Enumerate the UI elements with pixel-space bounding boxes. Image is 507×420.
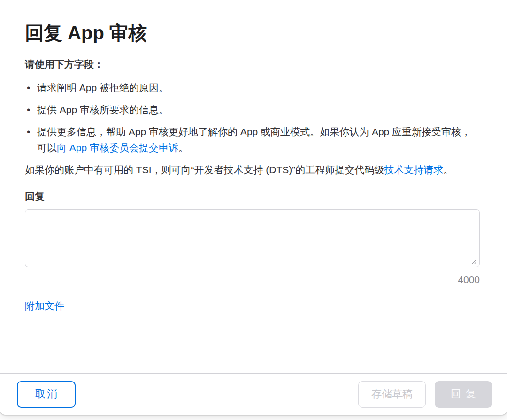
- save-draft-button[interactable]: 存储草稿: [358, 381, 426, 408]
- reply-textarea-wrap: [25, 209, 480, 267]
- attach-files-link[interactable]: 附加文件: [25, 300, 64, 311]
- char-counter: 4000: [25, 273, 480, 287]
- list-item: 提供更多信息，帮助 App 审核更好地了解你的 App 或商业模式。如果你认为 …: [25, 124, 480, 156]
- reply-button[interactable]: 回复: [435, 381, 492, 408]
- reply-textarea[interactable]: [25, 209, 480, 267]
- intro-text: 请使用下方字段：: [25, 57, 480, 71]
- dialog-footer: 取消 存储草稿 回复: [0, 373, 507, 415]
- footer-right-actions: 存储草稿 回复: [358, 381, 492, 408]
- tech-support-request-link[interactable]: 技术支持请求: [384, 164, 443, 175]
- paragraph-text: 。: [443, 164, 453, 175]
- cancel-button[interactable]: 取消: [17, 381, 76, 408]
- attach-row: 附加文件: [25, 299, 480, 313]
- list-item: 提供 App 审核所要求的信息。: [25, 102, 480, 118]
- list-item: 请求阐明 App 被拒绝的原因。: [25, 80, 480, 96]
- appeal-board-link[interactable]: 向 App 审核委员会提交申诉: [57, 142, 178, 153]
- reply-app-review-dialog: 回复 App 审核 请使用下方字段： 请求阐明 App 被拒绝的原因。 提供 A…: [0, 0, 507, 415]
- page-title: 回复 App 审核: [25, 22, 480, 44]
- paragraph-text: 如果你的账户中有可用的 TSI，则可向“开发者技术支持 (DTS)”的工程师提交…: [25, 164, 384, 175]
- bullet-text: 请求阐明 App 被拒绝的原因。: [37, 82, 169, 93]
- reply-field-label: 回复: [25, 190, 480, 204]
- bullet-text: 。: [178, 142, 188, 153]
- bullet-text: 提供 App 审核所要求的信息。: [37, 104, 169, 115]
- instruction-list: 请求阐明 App 被拒绝的原因。 提供 App 审核所要求的信息。 提供更多信息…: [25, 80, 480, 156]
- dialog-content: 回复 App 审核 请使用下方字段： 请求阐明 App 被拒绝的原因。 提供 A…: [0, 0, 507, 373]
- resize-grip-icon[interactable]: [471, 258, 477, 265]
- tsi-paragraph: 如果你的账户中有可用的 TSI，则可向“开发者技术支持 (DTS)”的工程师提交…: [25, 162, 480, 178]
